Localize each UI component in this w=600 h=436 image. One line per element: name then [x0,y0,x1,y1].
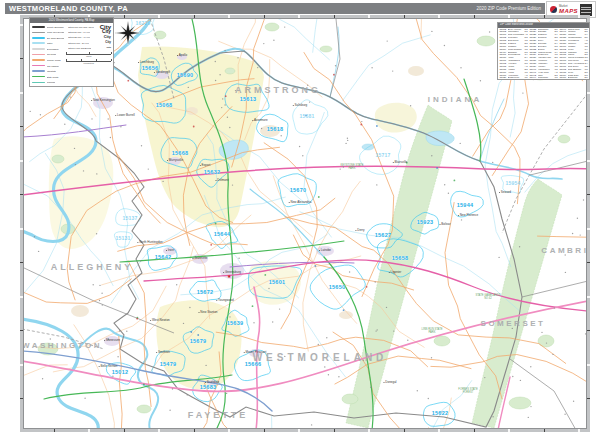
zip-index-zip: 15644 [530,77,538,79]
logo-badge [580,4,592,16]
zip-index-grid: B5 [584,77,588,79]
map-poster-page: WESTMORELAND COUNTY, PA 2020 ZIP Code Pr… [0,0,600,436]
legend-swatch [32,70,45,71]
scale-km-label: Kilometers [66,62,111,65]
legend-city-classes: Cities 100,000 and AboveCityCities 50,00… [66,25,111,51]
legend-swatch [32,32,45,33]
legend-city-class-row: Cities 1,000 and BelowCity [66,45,111,50]
map-border-bottom [20,429,590,432]
legend-city-symbol: City [106,47,111,49]
zip-index-grid: C3 [554,77,558,79]
legend-swatch [32,37,45,38]
legend-swatch [32,54,45,55]
zip-index-name: Bradenville [508,77,524,79]
zip-index-row: 15620BradenvilleC5 [500,77,528,79]
legend-swatch [32,65,45,66]
zip-index-zip: 15717 [560,77,568,79]
legend-row: Toll Road [32,52,64,57]
scale-bar-miles: Miles [66,52,111,58]
logo-brand-main: MAPS [559,8,578,14]
legend-city-class-label: Cities 100,000 and Above [68,26,94,28]
legend-label: US Highway [47,65,60,67]
legend-city-symbol: City [105,41,111,44]
legend-row: Interstate [32,69,64,74]
zip-index-row: 15717BlairsvilleB5 [560,77,588,79]
zip-index-panel: ZIP Code Index/Grid Locator 15012Belle V… [497,22,590,80]
legend-panel: 2020 Westmoreland County, PA Map County … [29,17,114,87]
legend-label: County Boundary [47,26,65,28]
scale-miles-label: Miles [66,55,111,58]
legend-city-class-label: Cities 1,000 and Below [68,47,92,49]
parks-group [38,23,570,428]
county-seat-star-icon: ★ [227,273,232,279]
legend-label: State Route [47,76,59,78]
legend-swatch [32,48,45,50]
legend-row: ZIP Code Boundary [32,36,64,41]
legend-swatch [32,42,45,44]
legend-label: ZIP Code Boundary [47,37,65,39]
legend-label: Water [47,42,53,44]
legend-row: Water [32,41,64,46]
legend-row: Minor Civil Division [32,30,64,35]
header-bar: WESTMORELAND COUNTY, PA 2020 ZIP Code Pr… [5,3,545,14]
legend-city-symbol: City [102,30,111,35]
zip-index-grid: C5 [524,77,528,79]
legend-city-class-label: Cities 25,000 - 49,999 [68,36,90,38]
legend-swatch [32,26,45,28]
legend-row: Primary Road [32,58,64,63]
legend-swatch [32,76,45,77]
compass-rose-icon [115,20,141,46]
legend-city-symbol: City [104,36,111,40]
page-title: WESTMORELAND COUNTY, PA [9,4,128,13]
legend-swatch [32,59,45,60]
scale-bar-km: Kilometers [66,59,111,65]
legend-label: Railroad [47,81,56,83]
legend-row: US Highway [32,63,64,68]
legend-row: Expressway [32,47,64,52]
legend-row: State Route [32,74,64,79]
legend-label: Toll Road [47,53,57,55]
legend-label: Interstate [47,70,57,72]
legend-row: Railroad [32,80,64,85]
legend-line-items: County BoundaryMinor Civil DivisionZIP C… [32,25,64,85]
zip-index-zip: 15620 [500,77,508,79]
legend-label: Primary Road [47,59,61,61]
legend-label: Minor Civil Division [47,31,65,33]
edition-label: 2020 ZIP Code Premium Edition [477,6,541,11]
zip-index-name: Jeannette [538,77,554,79]
legend-row: County Boundary [32,25,64,30]
legend-city-class-label: Cities 50,000 - 99,999 [68,31,90,33]
globe-icon [550,6,557,13]
zip-index-row: 15644JeannetteC3 [530,77,558,79]
zip-index-name: Blairsville [568,77,584,79]
legend-label: Expressway [47,48,59,50]
zip-index-rows: 15012Belle VernonD215062MonessenD215068N… [498,28,589,80]
legend-city-class-label: Cities 5,000 - 24,999 [68,42,89,44]
legend-swatch [32,82,45,83]
